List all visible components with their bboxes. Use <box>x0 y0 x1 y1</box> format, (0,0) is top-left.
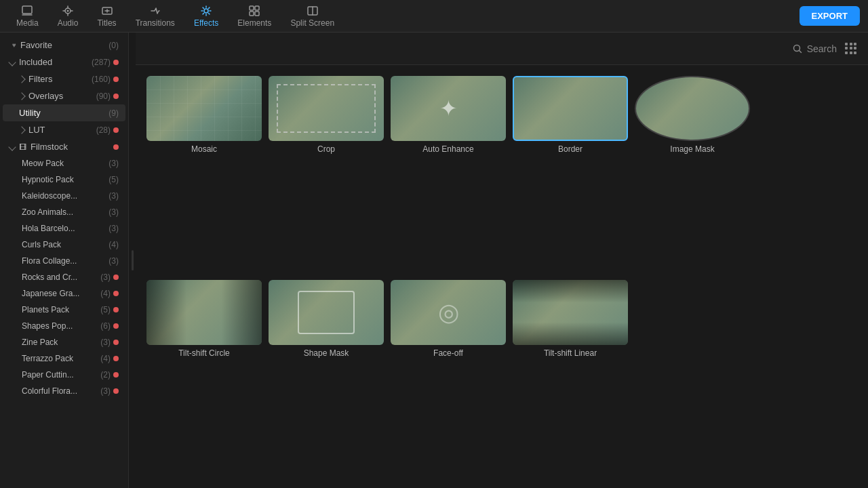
pack-label: Zoo Animals... <box>22 207 106 217</box>
search-box[interactable]: Search <box>792 43 837 54</box>
sidebar-pack-item[interactable]: Colorful Flora... (3) <box>3 383 125 399</box>
titles-icon <box>101 5 113 17</box>
search-icon <box>792 43 803 54</box>
sidebar-item-lut[interactable]: LUT (28) <box>3 121 125 138</box>
filmstock-chevron-icon <box>8 143 16 150</box>
sidebar-item-overlays[interactable]: Overlays (90) <box>3 87 125 104</box>
pack-count: (3) <box>100 272 111 282</box>
effect-name-tiltshift_circle: Tilt-shift Circle <box>146 348 262 358</box>
pack-label: Hola Barcelo... <box>22 224 106 233</box>
pack-count: (3) <box>108 256 119 266</box>
effect-thumb-shape_mask <box>269 280 384 345</box>
nav-media[interactable]: Media <box>8 2 47 30</box>
sidebar-item-utility[interactable]: Utility (9) <box>3 104 125 121</box>
svg-rect-0 <box>22 6 32 14</box>
sidebar-section-included[interactable]: Included (287) <box>3 54 125 70</box>
sidebar-pack-item[interactable]: Zoo Animals... (3) <box>3 204 125 220</box>
pack-count: (4) <box>100 289 111 298</box>
pack-label: Zine Pack <box>22 338 98 347</box>
divider-line <box>132 250 134 270</box>
sidebar-filters-count: (160) <box>92 75 111 84</box>
sidebar-pack-item[interactable]: Hypnotic Pack (5) <box>3 171 125 188</box>
effect-card-image_mask[interactable]: Image Mask <box>635 76 750 273</box>
grid-dot-9 <box>854 52 856 54</box>
nav-elements-label: Elements <box>237 18 271 28</box>
sidebar-pack-item[interactable]: Kaleidoscope... (3) <box>3 188 125 204</box>
top-nav: Media Audio Titles Transitions <box>0 0 868 33</box>
sidebar-pack-item[interactable]: Curls Pack (4) <box>3 237 125 253</box>
pack-label: Curls Pack <box>22 240 106 249</box>
split-screen-icon <box>307 5 319 17</box>
effect-thumb-faceoff <box>391 280 506 345</box>
grid-dot-1 <box>845 43 848 45</box>
overlays-dot <box>113 94 119 99</box>
nav-transitions[interactable]: Transitions <box>127 2 183 30</box>
sidebar-item-favorite[interactable]: ♥ Favorite (0) <box>3 37 125 54</box>
effect-thumb-auto_enhance <box>391 76 506 141</box>
effect-card-mosaic[interactable]: Mosaic <box>146 76 262 273</box>
main-panel: Search Mosaic Crop Auto Enhance <box>136 33 868 488</box>
pack-count: (4) <box>100 354 111 363</box>
grid-dot-7 <box>845 52 848 54</box>
sidebar-item-filters[interactable]: Filters (160) <box>3 70 125 87</box>
effect-card-tiltshift_linear[interactable]: Tilt-shift Linear <box>513 280 628 477</box>
included-dot <box>113 60 119 65</box>
sidebar-section-filmstock[interactable]: 🎞 Filmstock <box>3 138 125 155</box>
sidebar-filmstock-label: Filmstock <box>31 142 111 152</box>
effect-name-crop: Crop <box>269 144 384 154</box>
nav-split-screen[interactable]: Split Screen <box>282 2 342 30</box>
pack-label: Rocks and Cr... <box>22 272 98 282</box>
export-button[interactable]: EXPORT <box>800 6 860 26</box>
included-chevron-icon <box>8 58 16 66</box>
sidebar-favorite-label: Favorite <box>20 40 106 50</box>
search-label: Search <box>807 43 837 54</box>
nav-elements[interactable]: Elements <box>229 2 279 30</box>
heart-icon: ♥ <box>12 41 16 49</box>
effect-name-auto_enhance: Auto Enhance <box>391 144 506 154</box>
sidebar-filters-label: Filters <box>28 74 89 84</box>
transitions-icon <box>149 5 161 17</box>
sidebar-pack-item[interactable]: Paper Cuttin... (2) <box>3 367 125 383</box>
sidebar-pack-item[interactable]: Zine Pack (3) <box>3 334 125 350</box>
nav-titles[interactable]: Titles <box>89 2 124 30</box>
pack-dot <box>113 323 119 329</box>
main-content: ♥ Favorite (0) Included (287) Filters (1… <box>0 33 868 488</box>
effect-card-faceoff[interactable]: Face-off <box>391 280 506 477</box>
pack-count: (5) <box>100 305 111 314</box>
sidebar-pack-item[interactable]: Terrazzo Pack (4) <box>3 350 125 367</box>
nav-audio[interactable]: Audio <box>50 2 87 30</box>
panel-header: Search <box>136 33 868 65</box>
media-icon <box>21 5 33 17</box>
effect-name-faceoff: Face-off <box>391 348 506 358</box>
nav-audio-label: Audio <box>58 18 79 28</box>
effect-thumb-tiltshift_circle <box>146 280 262 345</box>
pack-dot <box>113 388 119 394</box>
elements-icon <box>248 5 260 17</box>
sidebar-pack-item[interactable]: Japanese Gra... (4) <box>3 285 125 302</box>
effect-thumb-mosaic <box>146 76 262 141</box>
sidebar-pack-item[interactable]: Shapes Pop... (6) <box>3 318 125 334</box>
sidebar-pack-item[interactable]: Hola Barcelo... (3) <box>3 220 125 237</box>
sidebar-pack-item[interactable]: Meow Pack (3) <box>3 155 125 171</box>
pack-dot <box>113 307 119 312</box>
effect-card-tiltshift_circle[interactable]: Tilt-shift Circle <box>146 280 262 477</box>
pack-count: (5) <box>108 175 119 184</box>
effect-card-crop[interactable]: Crop <box>269 76 384 273</box>
sidebar-pack-item[interactable]: Planets Pack (5) <box>3 302 125 318</box>
sidebar-pack-item[interactable]: Rocks and Cr... (3) <box>3 269 125 285</box>
effect-card-border[interactable]: Border <box>513 76 628 273</box>
pack-label: Terrazzo Pack <box>22 354 98 363</box>
grid-dot-3 <box>854 43 856 45</box>
sidebar-overlays-count: (90) <box>96 92 111 101</box>
sidebar-pack-item[interactable]: Flora Collage... (3) <box>3 253 125 269</box>
effects-grid: Mosaic Crop Auto Enhance Border Image Ma… <box>136 65 868 488</box>
nav-effects[interactable]: Effects <box>186 2 226 30</box>
effect-card-shape_mask[interactable]: Shape Mask <box>269 280 384 477</box>
sidebar-included-count: (287) <box>92 58 111 67</box>
grid-dot-2 <box>850 43 852 45</box>
grid-view-button[interactable] <box>845 43 857 55</box>
nav-transitions-label: Transitions <box>136 18 175 28</box>
effect-card-auto_enhance[interactable]: Auto Enhance <box>391 76 506 273</box>
pack-count: (6) <box>100 321 111 331</box>
sidebar-divider[interactable] <box>129 33 136 488</box>
